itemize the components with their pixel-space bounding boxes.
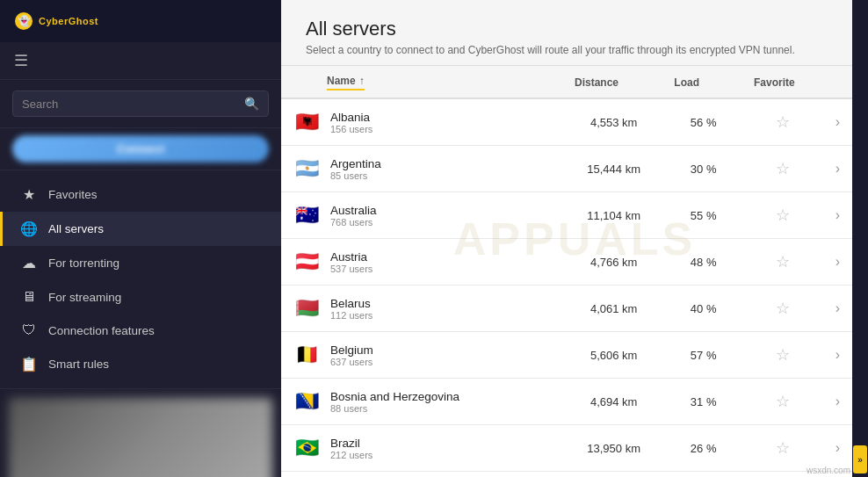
- row-chevron-icon[interactable]: ›: [835, 114, 840, 129]
- sidebar-item-favorites[interactable]: ★ Favorites: [0, 177, 281, 212]
- favorite-star-icon[interactable]: ☆: [776, 439, 790, 457]
- action-cell[interactable]: ›: [823, 146, 852, 192]
- user-count: 637 users: [330, 357, 373, 367]
- action-cell[interactable]: ›: [823, 332, 852, 379]
- distance-cell: 4,553 km: [564, 98, 663, 146]
- search-box: 🔍: [12, 90, 269, 117]
- col-header-load[interactable]: Load: [663, 66, 743, 98]
- user-count: 537 users: [330, 264, 373, 274]
- all-servers-icon: 🌐: [20, 220, 38, 237]
- favorite-cell[interactable]: ☆: [743, 332, 823, 379]
- flag-icon: 🇧🇷: [292, 433, 322, 463]
- sidebar-item-for-streaming[interactable]: 🖥 For streaming: [0, 280, 281, 314]
- table-row[interactable]: 🇦🇱 Albania 156 users 4,553 km 56 % ☆ ›: [281, 98, 852, 146]
- flag-icon: 🇦🇹: [292, 247, 322, 277]
- connect-button-area: Connect: [0, 128, 281, 170]
- connect-button[interactable]: Connect: [12, 135, 269, 163]
- search-area: 🔍: [0, 80, 281, 128]
- table-row[interactable]: 🇧🇾 Belarus 112 users 4,061 km 40 % ☆ ›: [281, 285, 852, 332]
- sidebar-item-for-torrenting[interactable]: ☁ For torrenting: [0, 246, 281, 280]
- main-header: All servers Select a country to connect …: [281, 0, 852, 66]
- favorite-cell[interactable]: ☆: [743, 425, 823, 472]
- action-cell[interactable]: ›: [823, 379, 852, 425]
- country-name: Albania: [330, 111, 373, 124]
- col-header-name[interactable]: Name ↑: [281, 66, 564, 98]
- flag-icon: 🇧🇦: [292, 387, 322, 416]
- country-name: Belarus: [330, 297, 373, 310]
- sidebar-item-all-servers[interactable]: 🌐 All servers: [0, 212, 281, 246]
- row-chevron-icon[interactable]: ›: [835, 394, 840, 408]
- row-chevron-icon[interactable]: ›: [835, 254, 840, 269]
- favorite-star-icon[interactable]: ☆: [776, 393, 790, 410]
- row-chevron-icon[interactable]: ›: [835, 300, 840, 315]
- table-row[interactable]: 🇧🇦 Bosnia and Herzegovina 88 users 4,694…: [281, 379, 852, 425]
- row-chevron-icon[interactable]: ›: [835, 440, 840, 455]
- user-count: 88 users: [330, 403, 459, 414]
- nav-menu: ★ Favorites 🌐 All servers ☁ For torrenti…: [0, 170, 281, 388]
- favorite-star-icon[interactable]: ☆: [776, 160, 790, 177]
- favorite-star-icon[interactable]: ☆: [776, 113, 790, 131]
- load-cell: 48 %: [663, 239, 743, 285]
- main-content: All servers Select a country to connect …: [281, 0, 852, 477]
- expand-button[interactable]: »: [853, 445, 867, 473]
- load-cell: 30 %: [663, 146, 743, 192]
- search-input[interactable]: [22, 98, 237, 111]
- row-chevron-icon[interactable]: ›: [835, 207, 840, 222]
- favorite-star-icon[interactable]: ☆: [776, 346, 790, 364]
- sidebar-item-label: Smart rules: [48, 358, 109, 371]
- load-cell: 55 %: [663, 192, 743, 239]
- table-row[interactable]: 🇧🇬 Bulgaria 126 users 4,251 km 45 % ☆ ›: [281, 472, 852, 478]
- favorite-cell[interactable]: ☆: [743, 239, 823, 285]
- favorite-cell[interactable]: ☆: [743, 192, 823, 239]
- favorite-cell[interactable]: ☆: [743, 98, 823, 146]
- sidebar-item-smart-rules[interactable]: 📋 Smart rules: [0, 347, 281, 381]
- logo-area: 👻 CyberGhost: [0, 0, 281, 42]
- country-cell: 🇧🇾 Belarus 112 users: [292, 293, 553, 323]
- sidebar-item-connection-features[interactable]: 🛡 Connection features: [0, 314, 281, 347]
- country-cell: 🇦🇹 Austria 537 users: [292, 247, 553, 277]
- distance-cell: 13,950 km: [564, 425, 663, 472]
- hamburger-button[interactable]: ☰: [14, 52, 28, 69]
- user-count: 85 users: [330, 170, 381, 181]
- table-row[interactable]: 🇦🇹 Austria 537 users 4,766 km 48 % ☆ ›: [281, 239, 852, 285]
- action-cell[interactable]: ›: [823, 425, 852, 472]
- table-row[interactable]: 🇦🇷 Argentina 85 users 15,444 km 30 % ☆ ›: [281, 146, 852, 192]
- favorite-cell[interactable]: ☆: [743, 146, 823, 192]
- flag-icon: 🇦🇱: [292, 107, 322, 137]
- action-cell[interactable]: ›: [823, 98, 852, 146]
- page-title: All servers: [306, 18, 828, 40]
- server-list-body: 🇦🇱 Albania 156 users 4,553 km 56 % ☆ › 🇦…: [281, 98, 852, 477]
- user-count: 768 users: [330, 217, 377, 228]
- table-row[interactable]: 🇦🇺 Australia 768 users 11,104 km 55 % ☆ …: [281, 192, 852, 239]
- table-row[interactable]: 🇧🇷 Brazil 212 users 13,950 km 26 % ☆ ›: [281, 425, 852, 472]
- smart-rules-icon: 📋: [20, 356, 38, 372]
- page-subtitle: Select a country to connect to and Cyber…: [306, 44, 828, 56]
- distance-cell: 4,766 km: [564, 239, 663, 285]
- hamburger-area: ☰: [0, 42, 281, 80]
- country-info: Albania 156 users: [330, 111, 373, 134]
- table-row[interactable]: 🇧🇪 Belgium 637 users 5,606 km 57 % ☆ ›: [281, 332, 852, 379]
- action-cell[interactable]: ›: [823, 192, 852, 239]
- favorite-cell[interactable]: ☆: [743, 285, 823, 332]
- country-name: Argentina: [330, 157, 381, 170]
- favorite-star-icon[interactable]: ☆: [776, 253, 790, 271]
- sidebar: 👻 CyberGhost ☰ 🔍 Connect ★ Favorites 🌐 A…: [0, 0, 281, 477]
- favorite-cell[interactable]: ☆: [743, 379, 823, 425]
- country-name: Austria: [330, 250, 373, 264]
- favorite-star-icon[interactable]: ☆: [776, 300, 790, 317]
- country-cell: 🇧🇦 Bosnia and Herzegovina 88 users: [292, 387, 553, 416]
- action-cell[interactable]: ›: [823, 285, 852, 332]
- torrenting-icon: ☁: [20, 255, 38, 271]
- col-header-favorite[interactable]: Favorite: [743, 66, 823, 98]
- server-list-container[interactable]: APPUALS Name ↑ Distance Load Favorite: [281, 66, 852, 477]
- row-chevron-icon[interactable]: ›: [835, 347, 840, 362]
- sidebar-item-label: For torrenting: [48, 257, 119, 270]
- action-cell[interactable]: ›: [823, 239, 852, 285]
- row-chevron-icon[interactable]: ›: [835, 161, 840, 176]
- col-header-distance[interactable]: Distance: [564, 66, 663, 98]
- sidebar-item-label: Favorites: [48, 188, 98, 201]
- favorite-star-icon[interactable]: ☆: [776, 206, 790, 224]
- sort-asc-icon: ↑: [359, 75, 365, 87]
- flag-icon: 🇦🇷: [292, 154, 322, 184]
- connection-features-icon: 🛡: [20, 322, 38, 338]
